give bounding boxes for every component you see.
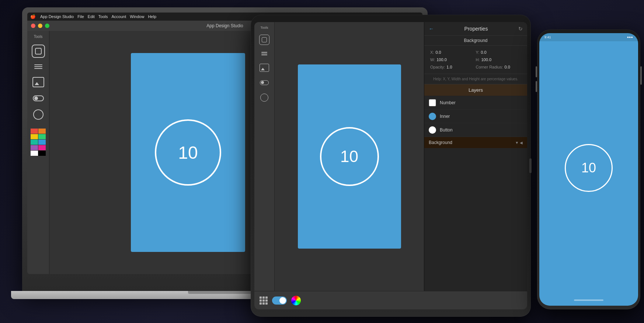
ipad-toggle-tool[interactable] xyxy=(258,78,271,87)
iphone-volume-up-button[interactable] xyxy=(536,66,537,77)
ipad-body: Tools xyxy=(251,15,531,317)
color-green[interactable] xyxy=(38,134,46,139)
layer-item-number[interactable]: Number xyxy=(424,96,527,110)
ipad-image-tool[interactable] xyxy=(258,62,271,73)
ipad-corner-radius-value[interactable]: 0.0 xyxy=(504,65,510,69)
color-blue[interactable] xyxy=(38,140,46,145)
circle-number-iphone: 10 xyxy=(581,160,596,176)
layer-thumb-button xyxy=(429,126,436,134)
color-yellow[interactable] xyxy=(31,134,38,139)
layers-panel: Layers Number Inner But xyxy=(424,84,527,291)
apple-icon: 🍎 xyxy=(30,14,36,19)
image-tool[interactable] xyxy=(31,76,46,89)
menu-account[interactable]: Account xyxy=(112,14,126,19)
layer-name-background: Background xyxy=(429,140,511,145)
window-title: App Design Studio xyxy=(206,23,243,28)
minimize-button[interactable] xyxy=(38,24,42,28)
ipad-circle-tool[interactable] xyxy=(259,92,270,103)
color-purple[interactable] xyxy=(31,145,38,150)
ipad-x-label: X: xyxy=(430,50,434,55)
ipad-line-3 xyxy=(261,55,267,55)
line-3 xyxy=(34,68,42,69)
color-pink[interactable] xyxy=(38,145,46,150)
ipad-lines-tool[interactable] xyxy=(260,50,269,57)
close-button[interactable] xyxy=(31,24,35,28)
ipad-help-text: Help: X, Y, Width and Height are percent… xyxy=(424,74,527,84)
color-black[interactable] xyxy=(38,151,46,156)
ipad-props-grid: X: 0.0 Y: 0.0 W: xyxy=(424,46,527,74)
circle-widget-ipad: 10 xyxy=(320,127,379,186)
iphone-status-bar: 9:41 ●●● xyxy=(539,33,638,41)
layers-header: Layers xyxy=(424,84,527,96)
mac-toolbar: Tools xyxy=(27,31,49,274)
layer-thumb-number xyxy=(429,99,436,106)
ipad-opacity-row: Opacity: 1.0 Corner Radius: 0.0 xyxy=(430,63,521,71)
grid-dot-3 xyxy=(265,296,268,299)
color-orange[interactable] xyxy=(38,129,46,134)
ipad-image-mountain xyxy=(261,68,265,70)
menu-help[interactable]: Help xyxy=(148,14,156,19)
ipad-screen: Tools xyxy=(254,22,527,309)
menu-edit[interactable]: Edit xyxy=(88,14,95,19)
scene: 🍎 App Design Studio File Edit Tools Acco… xyxy=(0,0,644,323)
layer-expand-icon[interactable]: ▼ ◀ xyxy=(515,141,523,145)
circle-widget-iphone: 10 xyxy=(565,144,613,192)
ipad-rounded-rect-tool[interactable] xyxy=(259,35,269,45)
menu-window[interactable]: Window xyxy=(130,14,144,19)
menu-tools[interactable]: Tools xyxy=(98,14,108,19)
layer-item-inner[interactable]: Inner xyxy=(424,110,527,123)
ipad-home-button[interactable] xyxy=(529,158,532,173)
ipad-opacity-value[interactable]: 1.0 xyxy=(446,65,452,69)
iphone-time: 9:41 xyxy=(544,35,551,39)
ipad-h-field: H: 100.0 xyxy=(476,57,522,62)
ipad-h-label: H: xyxy=(476,57,480,62)
image-icon xyxy=(32,77,44,87)
circle-tool[interactable] xyxy=(32,108,45,121)
color-teal[interactable] xyxy=(31,140,38,145)
layer-item-background[interactable]: Background ▼ ◀ xyxy=(424,137,527,148)
toggle-tool[interactable] xyxy=(31,93,46,103)
layer-item-button[interactable]: Button xyxy=(424,123,527,137)
ipad-image-icon xyxy=(260,64,269,72)
ipad-toolbar: Tools xyxy=(254,22,275,291)
app-preview-ipad: 10 xyxy=(298,64,401,249)
layer-name-button: Button xyxy=(440,127,453,133)
ipad-canvas: 10 xyxy=(275,22,424,291)
circle-icon xyxy=(33,109,43,120)
ipad-x-value[interactable]: 0.0 xyxy=(435,50,441,55)
ipad-corner-radius-field: Corner Radius: 0.0 xyxy=(476,65,522,69)
ipad-line-1 xyxy=(261,52,267,53)
color-grid xyxy=(31,129,46,156)
iphone-power-button[interactable] xyxy=(640,66,642,85)
iphone: 9:41 ●●● 10 xyxy=(537,29,640,309)
ipad-w-label: W: xyxy=(430,57,435,62)
toggle-icon xyxy=(33,95,44,101)
bottom-toggle-switch[interactable] xyxy=(272,296,287,305)
ipad-refresh-icon[interactable]: ↻ xyxy=(518,26,523,32)
color-white[interactable] xyxy=(31,151,38,156)
circle-widget-mac: 10 xyxy=(155,119,221,186)
ipad-back-button[interactable]: ← xyxy=(429,26,434,32)
iphone-volume-down-button[interactable] xyxy=(536,81,537,92)
ipad-h-value[interactable]: 100.0 xyxy=(481,57,492,62)
color-wheel-icon[interactable] xyxy=(291,296,301,305)
ipad-y-value[interactable]: 0.0 xyxy=(481,50,486,55)
iphone-screen: 9:41 ●●● 10 xyxy=(539,33,638,306)
grid-icon[interactable] xyxy=(260,296,268,305)
grid-dot-6 xyxy=(265,299,268,302)
rounded-rect-tool[interactable] xyxy=(32,45,45,58)
menu-app[interactable]: App Design Studio xyxy=(40,14,74,19)
ipad-props-header: ← Properties ↻ xyxy=(424,22,527,36)
ipad-corner-radius-label: Corner Radius: xyxy=(476,65,503,69)
ipad-line-2 xyxy=(261,53,267,54)
ipad-circle-icon xyxy=(260,94,268,102)
lines-tool[interactable] xyxy=(32,62,45,71)
maximize-button[interactable] xyxy=(45,24,49,28)
color-red[interactable] xyxy=(31,129,38,134)
ipad-w-value[interactable]: 100.0 xyxy=(436,57,447,62)
menu-file[interactable]: File xyxy=(77,14,84,19)
layer-name-inner: Inner xyxy=(440,114,450,119)
line-2 xyxy=(34,66,42,67)
home-bar xyxy=(574,299,603,301)
ipad-wh-row: W: 100.0 H: 100.0 xyxy=(430,56,521,63)
